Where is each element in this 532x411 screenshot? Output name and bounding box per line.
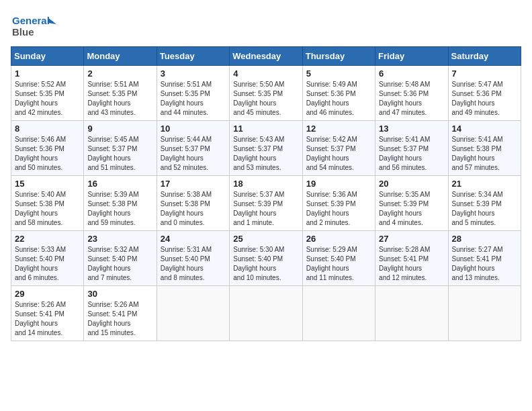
calendar-cell [448, 286, 521, 341]
day-number: 17 [161, 179, 226, 189]
daylight-value: and 11 minutes. [306, 274, 354, 281]
day-info: Sunrise: 5:41 AMSunset: 5:38 PMDaylight … [452, 135, 517, 173]
daylight-label: Daylight hours [306, 154, 349, 162]
weekday-header-friday: Friday [375, 47, 448, 66]
daylight-value: and 49 minutes. [452, 109, 500, 116]
daylight-value: and 6 minutes. [15, 274, 59, 281]
daylight-value: and 58 minutes. [15, 219, 62, 226]
daylight-label: Daylight hours [161, 265, 204, 272]
day-info: Sunrise: 5:48 AMSunset: 5:36 PMDaylight … [379, 80, 444, 118]
daylight-label: Daylight hours [87, 265, 130, 272]
sunset-text: Sunset: 5:41 PM [87, 310, 137, 318]
daylight-label: Daylight hours [161, 99, 204, 107]
day-info: Sunrise: 5:39 AMSunset: 5:38 PMDaylight … [87, 190, 152, 228]
sunset-text: Sunset: 5:39 PM [379, 200, 429, 208]
sunrise-text: Sunrise: 5:46 AM [15, 136, 66, 143]
logo: General Blue [11, 11, 58, 41]
daylight-value: and 0 minutes. [161, 219, 205, 226]
day-info: Sunrise: 5:30 AMSunset: 5:40 PMDaylight … [233, 245, 298, 283]
day-number: 11 [233, 124, 298, 134]
daylight-value: and 42 minutes. [15, 109, 62, 116]
daylight-label: Daylight hours [161, 210, 204, 217]
sunset-text: Sunset: 5:37 PM [306, 145, 356, 152]
sunset-text: Sunset: 5:40 PM [15, 255, 64, 263]
svg-text:Blue: Blue [12, 26, 34, 38]
sunrise-text: Sunrise: 5:34 AM [452, 191, 503, 198]
day-number: 2 [87, 68, 152, 79]
sunrise-text: Sunrise: 5:41 AM [379, 136, 430, 143]
calendar-cell: 14Sunrise: 5:41 AMSunset: 5:38 PMDayligh… [448, 121, 521, 176]
sunrise-text: Sunrise: 5:33 AM [15, 246, 66, 253]
sunset-text: Sunset: 5:38 PM [15, 200, 64, 208]
sunset-text: Sunset: 5:36 PM [379, 90, 429, 97]
sunset-text: Sunset: 5:35 PM [15, 90, 64, 97]
calendar-cell: 28Sunrise: 5:27 AMSunset: 5:41 PMDayligh… [448, 231, 521, 286]
daylight-label: Daylight hours [379, 99, 422, 107]
sunset-text: Sunset: 5:38 PM [452, 145, 502, 152]
calendar-cell: 7Sunrise: 5:47 AMSunset: 5:36 PMDaylight… [448, 66, 521, 121]
calendar-cell: 1Sunrise: 5:52 AMSunset: 5:35 PMDaylight… [11, 66, 84, 121]
daylight-label: Daylight hours [452, 210, 495, 217]
day-number: 24 [161, 234, 226, 244]
daylight-label: Daylight hours [87, 154, 130, 162]
sunset-text: Sunset: 5:35 PM [161, 90, 210, 97]
day-number: 10 [161, 124, 226, 134]
daylight-label: Daylight hours [379, 154, 422, 162]
daylight-value: and 45 minutes. [233, 109, 281, 116]
daylight-value: and 1 minute. [233, 219, 274, 226]
calendar-header: SundayMondayTuesdayWednesdayThursdayFrid… [11, 47, 521, 66]
day-number: 30 [87, 289, 152, 299]
sunrise-text: Sunrise: 5:40 AM [15, 191, 66, 198]
day-info: Sunrise: 5:35 AMSunset: 5:39 PMDaylight … [379, 190, 444, 228]
sunset-text: Sunset: 5:37 PM [379, 145, 429, 152]
calendar-cell: 17Sunrise: 5:38 AMSunset: 5:38 PMDayligh… [157, 176, 229, 231]
daylight-value: and 54 minutes. [306, 164, 354, 171]
day-info: Sunrise: 5:37 AMSunset: 5:39 PMDaylight … [233, 190, 298, 228]
day-number: 12 [306, 124, 371, 134]
daylight-label: Daylight hours [379, 265, 422, 272]
calendar-cell: 29Sunrise: 5:26 AMSunset: 5:41 PMDayligh… [11, 286, 84, 341]
day-info: Sunrise: 5:49 AMSunset: 5:36 PMDaylight … [306, 80, 371, 118]
sunrise-text: Sunrise: 5:41 AM [452, 136, 503, 143]
daylight-label: Daylight hours [87, 99, 130, 107]
weekday-header-wednesday: Wednesday [230, 47, 302, 66]
daylight-value: and 5 minutes. [452, 219, 496, 226]
daylight-value: and 2 minutes. [306, 219, 351, 226]
calendar-cell: 5Sunrise: 5:49 AMSunset: 5:36 PMDaylight… [302, 66, 375, 121]
day-number: 18 [233, 179, 298, 189]
daylight-value: and 8 minutes. [161, 274, 205, 281]
sunrise-text: Sunrise: 5:28 AM [379, 246, 430, 253]
daylight-label: Daylight hours [306, 99, 349, 107]
calendar-cell: 10Sunrise: 5:44 AMSunset: 5:37 PMDayligh… [157, 121, 229, 176]
sunset-text: Sunset: 5:40 PM [306, 255, 356, 263]
daylight-value: and 10 minutes. [233, 274, 281, 281]
day-number: 9 [87, 124, 152, 134]
day-number: 29 [15, 289, 80, 299]
sunset-text: Sunset: 5:40 PM [87, 255, 137, 263]
daylight-label: Daylight hours [452, 265, 495, 272]
weekday-header-sunday: Sunday [11, 47, 84, 66]
day-info: Sunrise: 5:28 AMSunset: 5:41 PMDaylight … [379, 245, 444, 283]
day-info: Sunrise: 5:42 AMSunset: 5:37 PMDaylight … [306, 135, 371, 173]
day-info: Sunrise: 5:33 AMSunset: 5:40 PMDaylight … [15, 245, 80, 283]
calendar-cell: 23Sunrise: 5:32 AMSunset: 5:40 PMDayligh… [84, 231, 157, 286]
sunset-text: Sunset: 5:35 PM [87, 90, 137, 97]
sunrise-text: Sunrise: 5:39 AM [87, 191, 138, 198]
day-number: 26 [306, 234, 371, 244]
day-number: 14 [452, 124, 517, 134]
day-number: 25 [233, 234, 298, 244]
calendar-cell: 27Sunrise: 5:28 AMSunset: 5:41 PMDayligh… [375, 231, 448, 286]
daylight-label: Daylight hours [87, 210, 130, 217]
calendar-table: SundayMondayTuesdayWednesdayThursdayFrid… [11, 46, 521, 341]
day-number: 27 [379, 234, 444, 244]
day-info: Sunrise: 5:27 AMSunset: 5:41 PMDaylight … [452, 245, 517, 283]
sunrise-text: Sunrise: 5:45 AM [87, 136, 138, 143]
day-info: Sunrise: 5:31 AMSunset: 5:40 PMDaylight … [161, 245, 226, 283]
calendar-cell: 3Sunrise: 5:51 AMSunset: 5:35 PMDaylight… [157, 66, 229, 121]
sunrise-text: Sunrise: 5:42 AM [306, 136, 357, 143]
day-info: Sunrise: 5:40 AMSunset: 5:38 PMDaylight … [15, 190, 80, 228]
calendar-cell [375, 286, 448, 341]
calendar-cell: 16Sunrise: 5:39 AMSunset: 5:38 PMDayligh… [84, 176, 157, 231]
day-info: Sunrise: 5:43 AMSunset: 5:37 PMDaylight … [233, 135, 298, 173]
day-info: Sunrise: 5:34 AMSunset: 5:39 PMDaylight … [452, 190, 517, 228]
